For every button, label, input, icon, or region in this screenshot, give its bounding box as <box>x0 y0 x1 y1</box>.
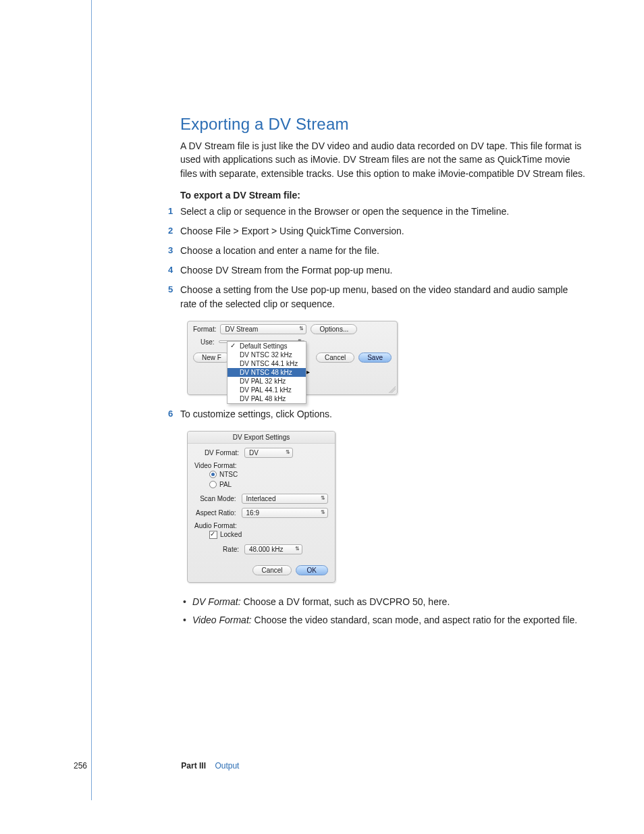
chevron-updown-icon: ⇅ <box>295 546 300 552</box>
resize-grip-icon <box>389 386 396 393</box>
chevron-updown-icon: ⇅ <box>299 326 304 332</box>
scanmode-select[interactable]: Interlaced ⇅ <box>242 494 328 504</box>
options-button[interactable]: Options... <box>311 324 357 334</box>
bullet-term: DV Format: <box>192 596 241 607</box>
scanmode-label: Scan Mode: <box>194 495 236 502</box>
format-select[interactable]: DV Stream ⇅ <box>220 324 306 334</box>
pal-radio[interactable]: PAL <box>209 481 232 488</box>
dropdown-item[interactable]: DV PAL 32 kHz <box>227 377 306 386</box>
procedure-heading: To export a DV Stream file: <box>180 190 585 201</box>
bullet-list: DV Format: Choose a DV format, such as D… <box>180 595 585 627</box>
content: Exporting a DV Stream A DV Stream file i… <box>180 115 585 631</box>
step-text: Choose a setting from the Use pop-up men… <box>180 284 568 309</box>
dialog-title: DV Export Settings <box>188 432 335 444</box>
step-text: Choose File > Export > Using QuickTime C… <box>180 226 404 236</box>
step-text: Choose a location and enter a name for t… <box>180 245 379 256</box>
use-dropdown-menu: Default Settings DV NTSC 32 kHz DV NTSC … <box>227 341 306 404</box>
locked-checkbox[interactable]: Locked <box>209 531 242 539</box>
videoformat-label: Video Format: <box>194 462 328 469</box>
rate-select[interactable]: 48.000 kHz ⇅ <box>244 544 302 554</box>
ntsc-radio[interactable]: NTSC <box>209 471 238 478</box>
cursor-icon: ▸ <box>306 368 310 375</box>
part-name: Output <box>215 761 239 771</box>
new-folder-button[interactable]: New F <box>193 353 230 363</box>
chevron-updown-icon: ⇅ <box>321 510 325 515</box>
chevron-updown-icon: ⇅ <box>286 450 290 455</box>
cancel-button[interactable]: Cancel <box>252 565 291 575</box>
ok-button[interactable]: OK <box>296 565 328 575</box>
use-label: Use: <box>200 338 215 346</box>
bullet-text: Choose the video standard, scan mode, an… <box>252 615 578 625</box>
chevron-updown-icon: ⇅ <box>321 496 325 501</box>
page-number: 256 <box>74 761 179 771</box>
part-label: Part III <box>181 761 206 771</box>
bullet-term: Video Format: <box>192 615 252 625</box>
page-footer: 256 Part III Output <box>74 761 587 771</box>
steps-list: 1Select a clip or sequence in the Browse… <box>168 205 585 311</box>
step-text: To customize settings, click Options. <box>180 409 332 419</box>
format-select-value: DV Stream <box>225 325 258 333</box>
dropdown-item[interactable]: DV PAL 44.1 kHz <box>227 386 306 394</box>
aspect-select[interactable]: 16:9 ⇅ <box>242 508 328 518</box>
dv-export-settings-screenshot: DV Export Settings DV Format: DV ⇅ Video… <box>187 431 336 583</box>
dvformat-select[interactable]: DV ⇅ <box>244 448 293 458</box>
dropdown-item[interactable]: DV PAL 48 kHz <box>227 394 306 403</box>
export-dialog-screenshot: Format: DV Stream ⇅ Options... Use: ⇅ Ne… <box>187 321 398 395</box>
step-text: Select a clip or sequence in the Browser… <box>180 206 509 217</box>
step-text: Choose DV Stream from the Format pop-up … <box>180 265 392 276</box>
margin-rule <box>91 0 92 800</box>
section-title: Exporting a DV Stream <box>180 115 585 134</box>
intro-paragraph: A DV Stream file is just like the DV vid… <box>180 139 585 180</box>
rate-label: Rate: <box>194 546 239 553</box>
dropdown-item[interactable]: DV NTSC 44.1 kHz <box>227 359 306 368</box>
audioformat-label: Audio Format: <box>194 522 328 529</box>
dropdown-item[interactable]: DV NTSC 48 kHz ▸ <box>227 368 306 377</box>
save-button[interactable]: Save <box>358 353 392 363</box>
bullet-text: Choose a DV format, such as DVCPRO 50, h… <box>241 596 450 607</box>
format-label: Format: <box>193 325 216 333</box>
dropdown-item[interactable]: Default Settings <box>227 342 306 350</box>
dvformat-label: DV Format: <box>194 449 239 457</box>
aspect-label: Aspect Ratio: <box>194 509 236 517</box>
cancel-button[interactable]: Cancel <box>316 353 354 363</box>
page: Exporting a DV Stream A DV Stream file i… <box>0 0 644 834</box>
dropdown-item[interactable]: DV NTSC 32 kHz <box>227 350 306 359</box>
steps-list-cont: 6To customize settings, click Options. <box>168 407 585 421</box>
